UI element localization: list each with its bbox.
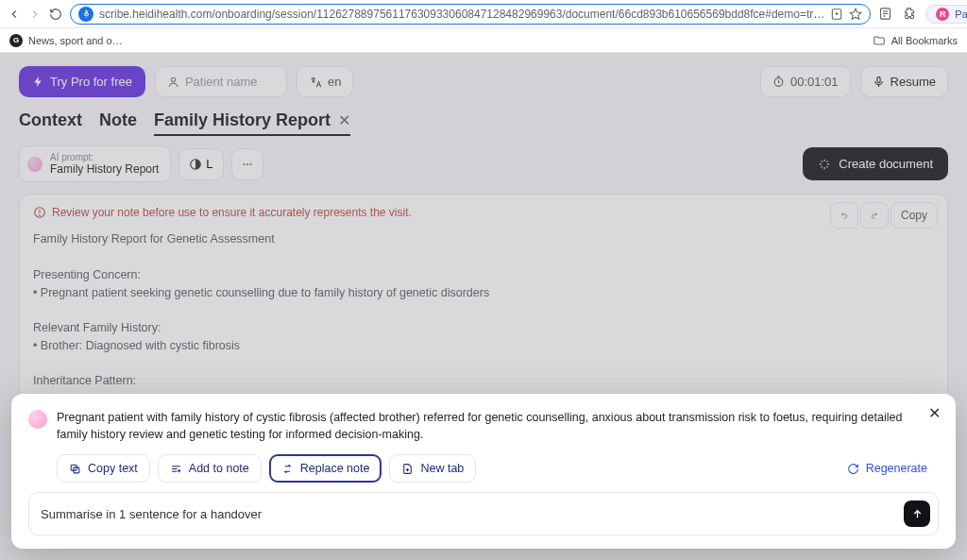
add-to-note-button[interactable]: Add to note [158,454,262,483]
warning-text: Review your note before use to ensure it… [52,206,412,219]
dots-icon [241,158,254,171]
resume-button[interactable]: Resume [860,66,948,97]
back-button[interactable] [8,5,21,24]
sparkle-icon [818,158,831,171]
copy-doc-label: Copy [901,209,927,222]
replace-note-label: Replace note [300,462,370,475]
install-app-icon[interactable] [830,8,843,21]
mic-icon [873,76,885,88]
bookmark-item[interactable]: G News, sport and o… [9,34,123,47]
regenerate-button[interactable]: Regenerate [836,455,939,482]
address-bar[interactable]: scribe.heidihealth.com/onboarding/sessio… [70,4,871,25]
reload-button[interactable] [49,5,62,24]
ai-prompt-chip[interactable]: AI prompt: Family History Report [19,145,171,182]
svg-rect-11 [876,77,879,83]
replace-note-button[interactable]: Replace note [269,454,382,483]
create-document-label: Create document [839,157,933,171]
reader-icon[interactable] [878,7,892,21]
bookmarks-bar: G News, sport and o… All Bookmarks [0,28,967,53]
bookmark-favicon: G [9,34,23,47]
app-header: Try Pro for free Patient name en 00:01:0… [0,53,967,110]
contrast-icon [189,158,202,171]
timer-display: 00:01:01 [760,66,851,97]
tone-toggle[interactable]: L [178,148,223,180]
svg-marker-1 [850,8,861,19]
send-button[interactable] [904,501,930,527]
ai-prompt-value: Family History Report [50,163,159,177]
redo-icon [871,209,878,222]
tone-letter: L [206,157,212,171]
all-bookmarks-button[interactable]: All Bookmarks [873,34,958,47]
browser-toolbar: scribe.heidihealth.com/onboarding/sessio… [0,0,967,28]
paused-label: Paused [955,8,967,20]
all-bookmarks-label: All Bookmarks [891,35,958,46]
ai-avatar-icon [27,157,42,172]
copy-text-button[interactable]: Copy text [57,454,150,483]
followup-input-wrap [28,492,939,535]
tab-note[interactable]: Note [99,110,137,136]
timer-value: 00:01:01 [790,75,839,89]
document-tabs: Context Note Family History Report ✕ [0,110,967,145]
resume-label: Resume [891,75,936,89]
svg-point-13 [243,163,245,165]
translate-icon [309,76,322,89]
svg-point-18 [40,215,41,216]
more-options-button[interactable] [231,148,263,180]
url-text: scribe.heidihealth.com/onboarding/sessio… [99,8,824,21]
redo-button[interactable] [860,202,889,229]
extensions-icon[interactable] [902,7,916,21]
undo-button[interactable] [830,202,858,229]
followup-input[interactable] [41,507,896,521]
bookmark-star-icon[interactable] [849,8,862,21]
new-tab-label: New tab [420,462,464,475]
ai-prompt-label: AI prompt: [50,152,159,163]
language-label: en [328,75,341,89]
warning-icon [33,206,46,219]
patient-placeholder: Patient name [185,75,258,89]
patient-name-input[interactable]: Patient name [155,66,287,97]
bookmark-label: News, sport and o… [28,35,123,46]
secondary-toolbar: AI prompt: Family History Report L Creat… [0,145,967,194]
language-select[interactable]: en [297,66,353,97]
svg-point-14 [246,163,248,165]
ai-avatar-icon [28,410,47,429]
forward-button[interactable] [28,5,42,24]
tab-family-history-report[interactable]: Family History Report ✕ [154,110,350,136]
try-pro-button[interactable]: Try Pro for free [19,66,145,97]
ai-response-panel: ✕ Pregnant patient with family history o… [11,394,956,549]
profile-paused-badge[interactable]: R Paused [925,5,967,24]
add-to-note-label: Add to note [189,462,249,475]
file-plus-icon [401,463,414,475]
refresh-icon [847,463,859,475]
copy-doc-button[interactable]: Copy [891,202,938,229]
person-icon [167,76,179,88]
copy-icon [69,463,81,475]
undo-icon [840,209,848,222]
tab-context[interactable]: Context [19,110,82,136]
regenerate-label: Regenerate [866,462,927,475]
copy-text-label: Copy text [88,462,138,475]
review-warning: Review your note before use to ensure it… [33,206,934,219]
lightning-icon [32,76,44,88]
try-pro-label: Try Pro for free [50,75,132,89]
site-info-icon[interactable] [78,7,93,22]
swap-icon [281,463,294,475]
profile-avatar: R [936,8,949,21]
arrow-up-icon [911,508,924,520]
svg-point-9 [171,77,175,81]
close-tab-icon[interactable]: ✕ [338,111,350,129]
add-lines-icon [170,463,182,475]
new-tab-button[interactable]: New tab [389,454,476,483]
close-panel-button[interactable]: ✕ [924,403,944,424]
create-document-button[interactable]: Create document [803,147,948,180]
svg-point-15 [249,163,251,165]
tab-label: Family History Report [154,110,331,130]
ai-summary-text: Pregnant patient with family history of … [57,409,916,443]
stopwatch-icon [772,76,785,88]
